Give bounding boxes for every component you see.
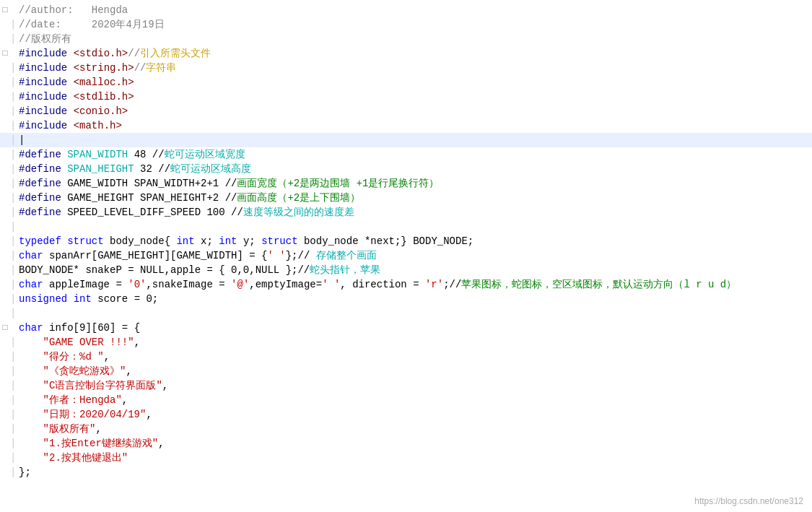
line-gutter <box>0 191 10 205</box>
line-gutter <box>0 277 10 292</box>
fold-bar: | <box>10 292 16 306</box>
code-line: |#include <math.h> <box>0 118 812 133</box>
code-line: |}; <box>0 465 812 480</box>
line-gutter <box>0 176 10 191</box>
fold-bar: | <box>10 32 16 46</box>
line-gutter <box>0 393 10 407</box>
fold-bar: | <box>10 75 16 90</box>
line-gutter <box>0 147 10 162</box>
fold-bar: | <box>10 191 16 205</box>
line-gutter <box>0 306 10 321</box>
fold-bar: | <box>10 465 16 480</box>
line-gutter <box>0 234 10 248</box>
fold-bar: | <box>10 335 16 350</box>
code-line: |#define GAME_WIDTH SPAN_WIDTH+2+1 //画面宽… <box>0 176 812 191</box>
fold-bar: | <box>10 263 16 277</box>
fold-bar: | <box>10 451 16 465</box>
code-line: □ char info[9][60] = { <box>0 321 812 335</box>
fold-bar: | <box>10 393 16 407</box>
line-content: #include <math.h> <box>16 118 812 133</box>
fold-bar: | <box>10 162 16 176</box>
fold-bar: | <box>10 61 16 75</box>
fold-bar: | <box>10 234 16 248</box>
line-content: "《贪吃蛇游戏》", <box>16 364 812 378</box>
line-content: BODY_NODE* snakeP = NULL,apple = { 0,0,N… <box>16 263 812 277</box>
line-gutter <box>0 162 10 176</box>
line-content: | <box>16 133 812 147</box>
line-content: #include <stdlib.h> <box>16 90 812 104</box>
line-content: char info[9][60] = { <box>16 321 812 335</box>
fold-bar: | <box>10 17 16 32</box>
line-gutter[interactable]: □ <box>0 3 10 17</box>
line-gutter[interactable]: □ <box>0 321 10 335</box>
code-line: | "得分：%d ", <box>0 350 812 364</box>
code-line: | "1.按Enter键继续游戏", <box>0 436 812 451</box>
line-gutter <box>0 364 10 378</box>
fold-bar: | <box>10 422 16 436</box>
line-gutter <box>0 335 10 350</box>
fold-bar: | <box>10 118 16 133</box>
line-content: char spanArr[GAME_HEIGHT][GAME_WIDTH] = … <box>16 248 812 263</box>
line-gutter <box>0 61 10 75</box>
line-gutter <box>0 75 10 90</box>
fold-bar: | <box>10 133 16 147</box>
line-content: "作者：Hengda", <box>16 393 812 407</box>
code-line: | <box>0 220 812 234</box>
code-line: |char appleImage = '0',snakeImage = '@',… <box>0 277 812 292</box>
code-line: |#include <string.h>//字符串 <box>0 61 812 75</box>
line-gutter <box>0 407 10 422</box>
code-line: | "《贪吃蛇游戏》", <box>0 364 812 378</box>
code-line: | "GAME OVER !!!", <box>0 335 812 350</box>
code-line: □ //author: Hengda <box>0 3 812 17</box>
line-content: "日期：2020/04/19", <box>16 407 812 422</box>
fold-bar: | <box>10 147 16 162</box>
fold-bar: | <box>10 248 16 263</box>
fold-bar: | <box>10 176 16 191</box>
line-gutter <box>0 248 10 263</box>
line-content: //版权所有 <box>16 32 812 46</box>
code-line: |#include <malloc.h> <box>0 75 812 90</box>
fold-bar <box>10 46 16 61</box>
line-content: #include <conio.h> <box>16 104 812 118</box>
code-line: |unsigned int score = 0; <box>0 292 812 306</box>
line-content: #define SPAN_HEIGHT 32 //蛇可运动区域高度 <box>16 162 812 176</box>
line-gutter <box>0 17 10 32</box>
code-line: | "作者：Hengda", <box>0 393 812 407</box>
line-gutter <box>0 220 10 234</box>
code-line: |#define SPAN_WIDTH 48 //蛇可运动区域宽度 <box>0 147 812 162</box>
line-content <box>16 220 812 234</box>
code-line: |#define SPEED_LEVEL_DIFF_SPEED 100 //速度… <box>0 205 812 220</box>
line-gutter[interactable]: □ <box>0 46 10 61</box>
line-content: "GAME OVER !!!", <box>16 335 812 350</box>
code-editor[interactable]: □ //author: Hengda |//date: 2020年4月19日 |… <box>0 0 812 512</box>
line-content <box>16 306 812 321</box>
code-line: | "2.按其他键退出" <box>0 451 812 465</box>
code-line: |BODY_NODE* snakeP = NULL,apple = { 0,0,… <box>0 263 812 277</box>
line-gutter <box>0 350 10 364</box>
line-gutter <box>0 422 10 436</box>
code-line: |//版权所有 <box>0 32 812 46</box>
code-line: || <box>0 133 812 147</box>
line-content: #include <stdio.h>//引入所需头文件 <box>16 46 812 61</box>
fold-bar: | <box>10 407 16 422</box>
code-area[interactable]: □ //author: Hengda |//date: 2020年4月19日 |… <box>0 0 812 512</box>
line-gutter <box>0 451 10 465</box>
line-gutter <box>0 263 10 277</box>
fold-bar: | <box>10 277 16 292</box>
line-content: #define SPAN_WIDTH 48 //蛇可运动区域宽度 <box>16 147 812 162</box>
line-content: char appleImage = '0',snakeImage = '@',e… <box>16 277 812 292</box>
code-line: |#include <stdlib.h> <box>0 90 812 104</box>
fold-bar <box>10 3 16 17</box>
line-content: #define GAME_HEIGHT SPAN_HEIGHT+2 //画面高度… <box>16 191 812 205</box>
code-line: |#define GAME_HEIGHT SPAN_HEIGHT+2 //画面高… <box>0 191 812 205</box>
line-content: "1.按Enter键继续游戏", <box>16 436 812 451</box>
line-gutter <box>0 90 10 104</box>
line-gutter <box>0 133 10 147</box>
line-gutter <box>0 436 10 451</box>
line-gutter <box>0 104 10 118</box>
line-content: "得分：%d ", <box>16 350 812 364</box>
code-line: |#define SPAN_HEIGHT 32 //蛇可运动区域高度 <box>0 162 812 176</box>
line-gutter <box>0 465 10 480</box>
fold-bar: | <box>10 306 16 321</box>
line-content: //author: Hengda <box>16 3 812 17</box>
